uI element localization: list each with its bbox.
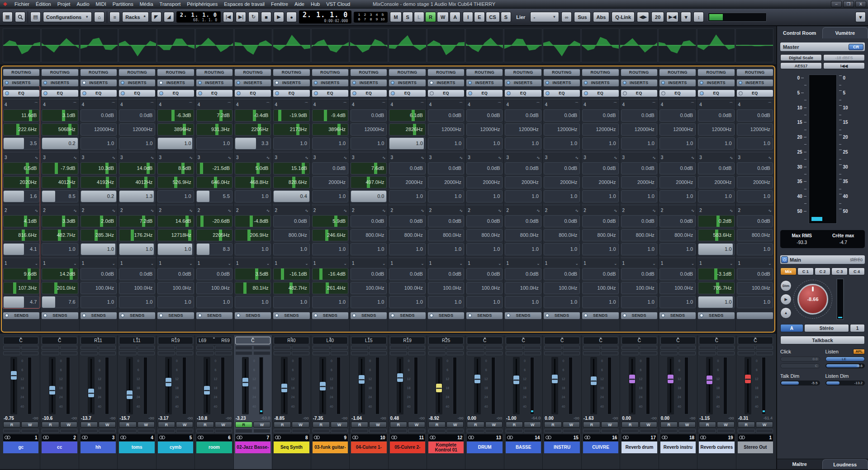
eq-freq-field[interactable]: 100.0Hz (737, 282, 773, 294)
peak-value[interactable]: -oo (342, 416, 347, 420)
eq-freq-field[interactable]: 100.0Hz (659, 282, 696, 294)
reference-level-button[interactable]: ▶ (780, 294, 792, 305)
pan-control[interactable]: L11 (119, 337, 154, 344)
mini-cell[interactable] (253, 351, 270, 355)
eq-q-field[interactable]: 1.0 (389, 190, 425, 202)
eq-q-field[interactable]: 1.0 (505, 137, 541, 150)
inserts-state-icon[interactable] (314, 81, 318, 85)
tab-loudness[interactable]: Loudness (822, 459, 868, 469)
write-automation-button[interactable]: W (524, 422, 541, 428)
eq-freq-field[interactable]: 100.0Hz (428, 282, 464, 294)
eq-gain-field[interactable]: 0.0dB (466, 162, 503, 174)
fader-cap[interactable] (629, 374, 636, 384)
mini-cell[interactable] (313, 346, 330, 350)
eq-q-field[interactable]: 1.0 (659, 243, 696, 255)
peak-value[interactable]: -oo (419, 416, 425, 420)
eq-freq-field[interactable]: 2020Hz (3, 176, 39, 188)
eq-q-field[interactable]: 1.0 (351, 137, 387, 150)
stereo-button[interactable]: Stéréo (804, 324, 849, 332)
sends-state-icon[interactable] (121, 314, 124, 317)
eq-band-type-icon[interactable]: ⌄ (536, 261, 540, 266)
eq-band-type-icon[interactable]: ⌄ (498, 261, 502, 266)
sends-state-icon[interactable] (314, 314, 318, 317)
mini-cell[interactable] (678, 429, 696, 433)
eq-gain-field[interactable]: 0.0dB (737, 268, 773, 280)
routing-rack-header[interactable]: ROUTING (157, 69, 194, 76)
eq-gain-field[interactable]: 0.0dB (196, 268, 232, 280)
volume-value[interactable]: -1.00 (506, 416, 517, 421)
eq-freq-field[interactable]: 2000Hz (428, 176, 464, 188)
inserts-rack-header[interactable]: INSERTS (273, 80, 309, 86)
menu-projet[interactable]: Projet (54, 1, 74, 7)
eq-gain-field[interactable]: 0.0dB (351, 109, 387, 122)
routing-rack-header[interactable]: ROUTING (42, 69, 78, 76)
eq-rack-header[interactable]: EQ (42, 90, 78, 97)
channel-name[interactable]: 04-Cuivre 1- (351, 442, 386, 453)
close-button[interactable]: X (855, 1, 866, 7)
auto-l-button[interactable]: L (414, 12, 424, 22)
eq-gain-field[interactable]: 14.0dB (119, 162, 155, 174)
eq-q-field[interactable]: 1.0 (698, 296, 734, 308)
abs-button[interactable]: Abs (593, 12, 610, 22)
read-automation-button[interactable]: R (196, 422, 213, 428)
eq-band-type-icon[interactable]: ⌒ (381, 101, 385, 107)
eq-gain-field[interactable]: 0.0dB (466, 215, 503, 227)
eq-gain-field[interactable]: -7.9dB (42, 162, 78, 174)
inserts-state-icon[interactable] (545, 81, 549, 85)
sends-rack-header[interactable]: SENDS (466, 312, 503, 319)
write-automation-button[interactable]: W (563, 422, 580, 428)
fader-cap[interactable] (706, 375, 713, 385)
inserts-rack-header[interactable]: INSERTS (698, 80, 734, 86)
control-room-level-knob[interactable]: -8.66 (797, 284, 828, 315)
listen-mode-slider[interactable]: LE (825, 357, 865, 362)
eq-freq-field[interactable]: 2205Hz (235, 123, 271, 136)
eq-gain-field[interactable]: 0.0dB (466, 109, 503, 122)
tab-vumetre[interactable]: Vumètre (822, 27, 868, 38)
auto-m-button[interactable]: M (390, 12, 401, 22)
eq-band-type-icon[interactable]: ⌒ (729, 101, 733, 107)
inserts-rack-header[interactable]: INSERTS (659, 80, 696, 86)
mini-cell[interactable] (313, 351, 330, 355)
eq-q-field[interactable]: 1.0 (505, 190, 541, 202)
eq-q-field[interactable]: 1.0 (196, 296, 232, 308)
inserts-rack-header[interactable]: INSERTS (157, 80, 194, 86)
eq-band-type-icon[interactable]: ∿ (421, 208, 424, 213)
mini-cell[interactable] (21, 429, 38, 433)
mini-cell[interactable] (99, 429, 116, 433)
eq-rack-header[interactable]: EQ (235, 90, 271, 97)
fold-down-icon[interactable]: ◢ (164, 12, 174, 22)
afl-badge[interactable]: AFL (853, 349, 865, 354)
eq-band-type-icon[interactable]: ∿ (460, 208, 463, 213)
eq-rack-header[interactable]: EQ (273, 90, 309, 97)
mini-cell[interactable] (235, 429, 252, 433)
mini-cell[interactable] (524, 429, 541, 433)
eq-gain-field[interactable]: 0.0dB (157, 268, 194, 280)
eq-q-field[interactable]: 7.6 (42, 296, 78, 308)
channel-name[interactable]: cymb (158, 442, 193, 453)
volume-value[interactable]: -3.17 (158, 416, 169, 421)
view-cs-button[interactable]: CS (486, 12, 500, 22)
sends-rack-header[interactable]: SENDS (428, 312, 464, 319)
eq-freq-field[interactable]: 100.0Hz (544, 282, 580, 294)
eq-q-field[interactable]: 1.0 (157, 190, 194, 202)
eq-active-icon[interactable] (545, 91, 550, 95)
eq-freq-field[interactable]: 497.0Hz (351, 176, 387, 188)
routing-rack-header[interactable]: ROUTING (119, 69, 155, 76)
eq-freq-field[interactable]: 80.1Hz (235, 282, 271, 294)
eq-band-type-icon[interactable]: ∿ (536, 208, 540, 213)
write-automation-button[interactable]: W (446, 422, 464, 428)
pan-control[interactable]: R19 (390, 337, 425, 344)
mini-cell[interactable] (369, 351, 386, 355)
eq-q-field[interactable]: 1.0 (544, 296, 580, 308)
sends-state-icon[interactable] (468, 314, 472, 317)
sends-rack-header[interactable]: SENDS (351, 312, 387, 319)
eq-active-icon[interactable] (43, 91, 47, 95)
eq-gain-field[interactable]: 9.6dB (3, 268, 39, 280)
sends-rack-header[interactable]: SENDS (196, 312, 232, 319)
link-icon[interactable]: ∞ (561, 12, 572, 22)
go-next-icon[interactable]: ▶| (236, 12, 246, 22)
channel-name[interactable]: Seq Synth (274, 442, 309, 453)
mini-cell[interactable] (369, 429, 386, 433)
eq-rack-header[interactable]: EQ (312, 90, 348, 97)
channel-name[interactable]: DRUM (467, 442, 502, 453)
